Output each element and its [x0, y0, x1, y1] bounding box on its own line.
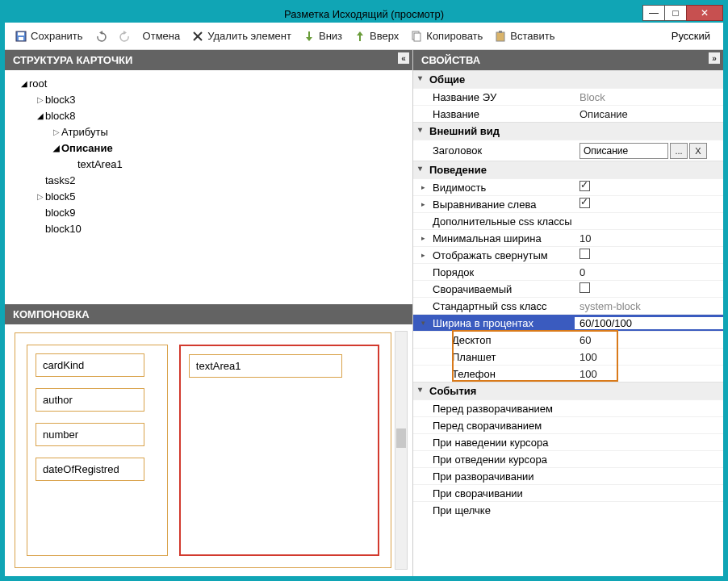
right-pane: СВОЙСТВА » Общие Название ЭУBlock Назван…: [413, 50, 723, 576]
maximize-button[interactable]: □: [664, 5, 687, 21]
field-number[interactable]: number: [36, 423, 144, 446]
svg-rect-9: [496, 32, 504, 41]
tree-desc[interactable]: ◢Описание: [8, 140, 409, 156]
down-button[interactable]: Вниз: [298, 27, 347, 45]
prop-cssextra[interactable]: Дополнительные css классы: [413, 212, 723, 229]
language-selector[interactable]: Русский: [663, 27, 718, 44]
attributes-block[interactable]: cardKind author number dateOfRegistred: [27, 345, 168, 556]
prop-beforecollapse[interactable]: Перед сворачиванием: [413, 416, 723, 433]
collapsible-checkbox[interactable]: [579, 282, 590, 293]
copy-icon: [410, 30, 423, 43]
prop-controlname[interactable]: Название ЭУBlock: [413, 88, 723, 105]
prop-minwidth[interactable]: Минимальная ширина10: [413, 229, 723, 246]
toolbar: Сохранить Отмена Удалить элемент Вниз Вв…: [5, 23, 723, 50]
cancel-button[interactable]: Отмена: [138, 27, 186, 44]
paste-icon: [494, 30, 507, 43]
copy-label: Копировать: [426, 30, 483, 42]
layout-canvas-wrap: cardKind author number dateOfRegistred t…: [5, 324, 412, 576]
layout-header: КОМПОНОВКА: [5, 304, 412, 324]
save-label: Сохранить: [31, 30, 83, 42]
prop-onleave[interactable]: При отведении курсора: [413, 450, 723, 467]
tree-block5[interactable]: ▷block5: [8, 188, 409, 204]
alignleft-checkbox[interactable]: [579, 198, 590, 208]
structure-title: СТРУКТУРА КАРТОЧКИ: [13, 54, 132, 66]
group-appearance[interactable]: Внешний вид: [413, 122, 723, 140]
svg-rect-10: [499, 31, 502, 33]
tree-block3[interactable]: ▷block3: [8, 91, 409, 107]
layout-panel: КОМПОНОВКА cardKind author number dateOf…: [5, 304, 412, 576]
close-button[interactable]: ✕: [686, 5, 723, 21]
paste-label: Вставить: [510, 30, 554, 42]
tree-block10[interactable]: block10: [8, 220, 409, 236]
header-input[interactable]: [579, 143, 668, 159]
svg-rect-8: [414, 33, 420, 41]
svg-rect-2: [19, 37, 23, 40]
tree-block8[interactable]: ◢block8: [8, 107, 409, 123]
prop-beforeexpand[interactable]: Перед разворачиванием: [413, 399, 723, 416]
group-events[interactable]: События: [413, 382, 723, 399]
copy-button[interactable]: Копировать: [405, 27, 487, 45]
layout-canvas[interactable]: cardKind author number dateOfRegistred t…: [15, 332, 391, 568]
minimize-button[interactable]: —: [642, 5, 665, 21]
language-label: Русский: [672, 30, 710, 42]
prop-desktop[interactable]: Десктоп60: [413, 331, 723, 348]
header-clear-button[interactable]: X: [689, 143, 707, 159]
props-title: СВОЙСТВА: [421, 54, 480, 66]
field-cardkind[interactable]: cardKind: [36, 353, 144, 377]
delete-button[interactable]: Удалить элемент: [186, 27, 296, 45]
field-textarea1[interactable]: textArea1: [189, 354, 342, 378]
prop-tablet[interactable]: Планшет100: [413, 348, 723, 365]
paste-button[interactable]: Вставить: [489, 27, 559, 45]
prop-widthpct[interactable]: Ширина в процентах60/100/100: [413, 314, 723, 331]
prop-oncollapse[interactable]: При сворачивании: [413, 484, 723, 501]
save-button[interactable]: Сохранить: [10, 27, 88, 45]
undo-icon: [94, 30, 107, 43]
prop-name[interactable]: НазваниеОписание: [413, 105, 723, 122]
description-block[interactable]: textArea1: [179, 345, 379, 556]
prop-onclick[interactable]: При щелчке: [413, 501, 723, 518]
collapsed-checkbox[interactable]: [579, 249, 590, 259]
structure-header: СТРУКТУРА КАРТОЧКИ «: [5, 50, 412, 70]
collapse-left-icon[interactable]: «: [398, 52, 409, 64]
redo-button[interactable]: [114, 27, 136, 45]
properties-grid: Общие Название ЭУBlock НазваниеОписание …: [413, 70, 723, 576]
undo-button[interactable]: [90, 27, 112, 45]
prop-phone[interactable]: Телефон100: [413, 365, 723, 382]
collapse-right-icon[interactable]: »: [709, 52, 720, 64]
layout-scrollbar[interactable]: [395, 331, 408, 570]
prop-onexpand[interactable]: При разворачивании: [413, 467, 723, 484]
prop-order[interactable]: Порядок0: [413, 263, 723, 280]
field-dateofregistred[interactable]: dateOfRegistred: [36, 458, 144, 481]
prop-onhover[interactable]: При наведении курсора: [413, 433, 723, 450]
prop-stdcss[interactable]: Стандартный css классsystem-block: [413, 297, 723, 314]
titlebar: Разметка Исходящий (просмотр) — □ ✕: [5, 5, 723, 23]
app-window: Разметка Исходящий (просмотр) — □ ✕ Сохр…: [5, 5, 723, 576]
tree-attrs[interactable]: ▷Атрибуты: [8, 123, 409, 140]
cancel-label: Отмена: [143, 30, 181, 42]
svg-rect-1: [18, 32, 24, 36]
prop-collapsible[interactable]: Сворачиваемый: [413, 280, 723, 297]
prop-visibility[interactable]: Видимость: [413, 178, 723, 195]
prop-header[interactable]: Заголовок ... X: [413, 140, 723, 161]
window-title: Разметка Исходящий (просмотр): [5, 8, 723, 20]
visibility-checkbox[interactable]: [579, 181, 590, 191]
scrollbar-thumb[interactable]: [396, 428, 406, 448]
tree-textarea1[interactable]: textArea1: [8, 156, 409, 172]
arrow-up-icon: [354, 30, 366, 43]
tree-block9[interactable]: block9: [8, 204, 409, 220]
up-button[interactable]: Вверх: [349, 27, 404, 45]
header-ellipsis-button[interactable]: ...: [670, 143, 688, 159]
props-header: СВОЙСТВА »: [413, 50, 723, 70]
prop-alignleft[interactable]: Выравнивание слева: [413, 195, 723, 212]
content-area: СТРУКТУРА КАРТОЧКИ « ◢root ▷block3 ◢bloc…: [5, 50, 723, 576]
field-author[interactable]: author: [36, 388, 144, 412]
group-general[interactable]: Общие: [413, 70, 723, 88]
block-outer: cardKind author number dateOfRegistred t…: [15, 332, 391, 568]
arrow-down-icon: [303, 30, 316, 43]
prop-collapsed[interactable]: Отображать свернутым: [413, 246, 723, 263]
tree-tasks2[interactable]: tasks2: [8, 172, 409, 188]
redo-icon: [119, 30, 132, 43]
tree-root[interactable]: ◢root: [8, 75, 409, 91]
group-behavior[interactable]: Поведение: [413, 161, 723, 178]
down-label: Вниз: [319, 30, 342, 42]
